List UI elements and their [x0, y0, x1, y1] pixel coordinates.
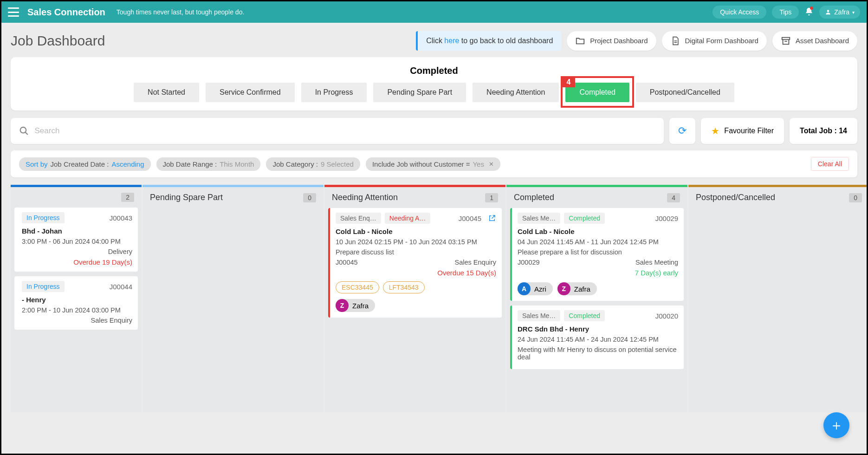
assignee-chip[interactable]: ZZafra — [557, 282, 597, 295]
status-tag: In Progress — [22, 281, 65, 292]
archive-icon — [781, 36, 791, 46]
digital-form-dashboard-button[interactable]: Digital Form Dashboard — [662, 31, 767, 51]
column-count: 4 — [667, 193, 680, 202]
user-name: Zafra — [834, 8, 849, 16]
overdue-label: Overdue 15 Day(s) — [336, 269, 496, 277]
chevron-down-icon: ▾ — [852, 10, 855, 15]
search-input[interactable] — [34, 126, 655, 136]
category-tag: Sales Me… — [518, 213, 560, 224]
category-chip[interactable]: Job Category : 9 Selected — [266, 157, 360, 171]
job-card[interactable]: In ProgressJ00043 Bhd - Johan 3:00 PM - … — [14, 208, 138, 272]
job-card[interactable]: In ProgressJ00044 - Henry 2:00 PM - 10 J… — [14, 276, 138, 330]
search-box[interactable] — [11, 118, 664, 144]
star-icon: ★ — [711, 125, 719, 136]
overdue-label: Overdue 19 Day(s) — [22, 258, 132, 266]
job-type: Delivery — [108, 248, 132, 255]
svg-rect-1 — [782, 38, 790, 40]
column-title: Postponed/Cancelled — [696, 193, 775, 202]
brand-title: Sales Connection — [27, 7, 105, 18]
job-time: 24 Jun 2024 11:45 AM - 24 Jun 2024 12:45… — [518, 336, 678, 343]
tagline: Tough times never last, but tough people… — [117, 8, 245, 16]
column-title: Needing Attention — [332, 193, 398, 202]
tab-completed[interactable]: Completed — [565, 83, 629, 102]
document-icon — [670, 36, 680, 46]
job-id: J00020 — [655, 312, 678, 320]
tab-postponed-cancelled[interactable]: Postponed/Cancelled — [636, 83, 734, 102]
status-tag: Completed — [564, 213, 605, 224]
status-tag: Needing A… — [385, 213, 431, 224]
column-count: 0 — [303, 193, 316, 202]
search-icon — [19, 126, 29, 136]
column-count: 0 — [849, 193, 862, 202]
job-id: J00029 — [655, 214, 678, 222]
assignee-chip[interactable]: AAzri — [518, 282, 553, 295]
column-in-progress: 2 In ProgressJ00043 Bhd - Johan 3:00 PM … — [11, 185, 142, 412]
favourite-filter-button[interactable]: ★ Favourite Filter — [701, 118, 784, 144]
job-customer: Bhd - Johan — [22, 227, 132, 235]
legacy-dashboard-link[interactable]: here — [444, 37, 459, 45]
notifications-icon[interactable] — [804, 7, 814, 17]
tab-service-confirmed[interactable]: Service Confirmed — [206, 83, 295, 102]
topbar: Sales Connection Tough times never last,… — [1, 1, 867, 23]
job-customer: - Henry — [22, 296, 132, 304]
job-desc: Meeting with Mr Henry to discuss on pote… — [518, 346, 678, 361]
job-desc: Prepare discuss list — [336, 248, 496, 256]
tab-not-started[interactable]: Not Started — [134, 83, 199, 102]
menu-icon[interactable] — [8, 7, 19, 17]
add-job-button[interactable]: ＋ — [823, 412, 849, 438]
column-title: Pending Spare Part — [150, 193, 223, 202]
open-external-icon[interactable] — [488, 214, 496, 222]
status-title: Completed — [20, 65, 848, 76]
quick-access-button[interactable]: Quick Access — [713, 6, 766, 19]
status-tag: In Progress — [22, 212, 65, 223]
tips-button[interactable]: Tips — [772, 6, 799, 19]
assignee-chip[interactable]: ZZafra — [336, 299, 375, 312]
job-time: 04 Jun 2024 11:45 AM - 11 Jun 2024 12:45… — [518, 238, 678, 246]
job-type: Sales Enquiry — [91, 317, 132, 324]
legacy-dashboard-notice: Click here to go back to old dashboard — [416, 31, 561, 51]
tab-in-progress[interactable]: In Progress — [301, 83, 367, 102]
job-card[interactable]: Sales Me… Completed J00020 DRC Sdn Bhd -… — [510, 306, 684, 369]
category-tag: Sales Enq… — [336, 213, 381, 224]
job-type: Sales Enquiry — [455, 259, 496, 266]
close-icon[interactable]: ✕ — [489, 161, 494, 168]
refresh-button[interactable]: ⟳ — [669, 118, 695, 144]
status-tabs: Not Started Service Confirmed In Progres… — [20, 83, 848, 102]
clear-all-button[interactable]: Clear All — [811, 157, 849, 171]
job-time: 3:00 PM - 06 Jun 2024 04:00 PM — [22, 238, 132, 245]
asset-tag[interactable]: LFT34543 — [383, 281, 425, 293]
svg-point-2 — [20, 127, 26, 133]
column-count: 2 — [121, 193, 134, 202]
job-card[interactable]: Sales Me… Completed J00029 Cold Lab - Ni… — [510, 208, 684, 301]
column-pending-spare-part: Pending Spare Part0 — [143, 185, 324, 412]
tab-pending-spare-part[interactable]: Pending Spare Part — [373, 83, 466, 102]
date-range-chip[interactable]: Job Date Range : This Month — [156, 157, 261, 171]
tab-needing-attention[interactable]: Needing Attention — [473, 83, 559, 102]
status-tag: Completed — [564, 310, 605, 321]
category-tag: Sales Me… — [518, 310, 560, 321]
project-dashboard-button[interactable]: Project Dashboard — [567, 31, 656, 51]
early-label: 7 Day(s) early — [518, 269, 678, 277]
include-customer-chip[interactable]: Include Job without Customer = Yes ✕ — [366, 157, 500, 171]
status-panel: Completed Not Started Service Confirmed … — [11, 57, 857, 110]
asset-tag[interactable]: ESC33445 — [336, 281, 379, 293]
job-id: J00043 — [110, 214, 132, 222]
job-card[interactable]: Sales Enq… Needing A… J00045 Cold Lab - … — [328, 208, 502, 318]
job-customer: DRC Sdn Bhd - Henry — [518, 325, 678, 333]
column-needing-attention: Needing Attention1 Sales Enq… Needing A…… — [324, 185, 505, 412]
sort-chip[interactable]: Sort by Job Created Date : Ascending — [19, 157, 151, 171]
folder-icon — [575, 36, 585, 46]
job-desc: Please prepare a list for discussion — [518, 248, 678, 256]
job-customer: Cold Lab - Nicole — [336, 228, 496, 235]
filter-panel: Sort by Job Created Date : Ascending Job… — [11, 150, 857, 177]
page-title: Job Dashboard — [11, 33, 105, 49]
job-type: Sales Meeting — [635, 259, 678, 266]
job-id: J00045 — [459, 214, 481, 222]
user-menu[interactable]: Zafra ▾ — [819, 6, 860, 19]
kanban-board: 2 In ProgressJ00043 Bhd - Johan 3:00 PM … — [11, 185, 857, 412]
asset-dashboard-button[interactable]: Asset Dashboard — [772, 31, 857, 51]
total-job-count: Total Job : 14 — [790, 118, 857, 144]
column-postponed-cancelled: Postponed/Cancelled0 — [688, 185, 867, 412]
job-time: 2:00 PM - 10 Jun 2024 03:00 PM — [22, 306, 132, 314]
column-completed: Completed4 Sales Me… Completed J00029 Co… — [506, 185, 687, 412]
